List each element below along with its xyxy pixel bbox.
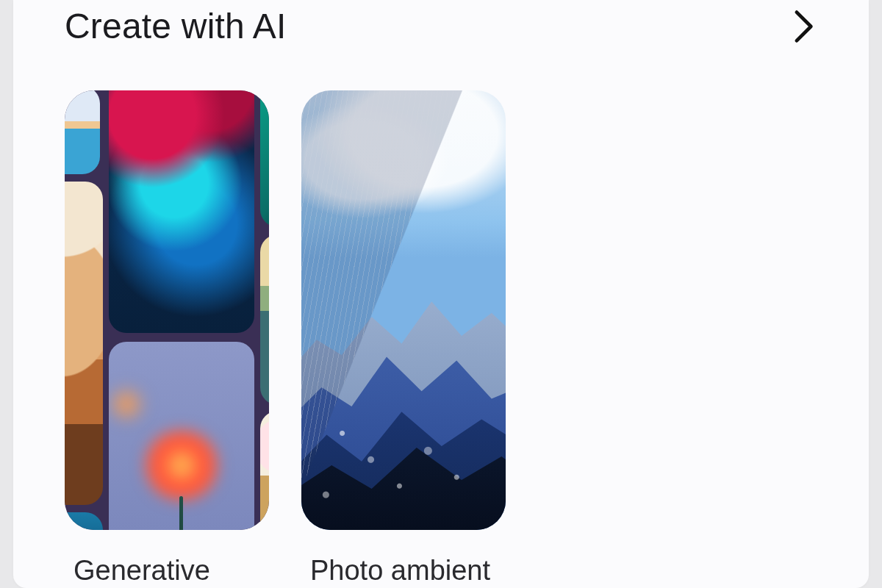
collage-tile-icon	[65, 182, 103, 505]
collage-tile-icon	[109, 90, 254, 333]
collage-tile-icon	[260, 411, 269, 530]
card-photo-ambient[interactable]: Photo ambient	[301, 90, 506, 587]
chevron-right-icon[interactable]	[792, 8, 817, 45]
collage-tile-icon	[260, 90, 269, 227]
card-label: Photo ambient	[301, 555, 506, 587]
card-label: Generative	[65, 555, 269, 587]
collage-tile-icon	[65, 90, 100, 174]
collage-tile-icon	[109, 342, 254, 530]
collage-tile-icon	[260, 234, 269, 405]
section-header: Create with AI	[65, 1, 817, 90]
section-title: Create with AI	[65, 6, 287, 46]
create-with-ai-panel: Create with AI Generative	[13, 0, 869, 588]
thumbnail-generative	[65, 90, 269, 530]
card-row: Generative Photo ambient	[65, 90, 817, 587]
card-generative[interactable]: Generative	[65, 90, 269, 587]
thumbnail-photo-ambient	[301, 90, 506, 530]
collage-tile-icon	[65, 512, 103, 530]
rain-overlay-icon	[301, 90, 506, 530]
